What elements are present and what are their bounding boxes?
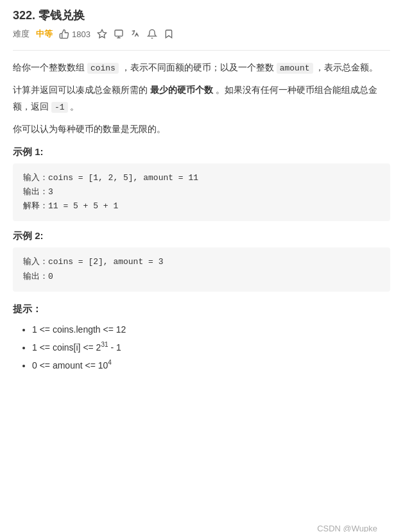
like-count: 1803: [72, 29, 90, 39]
amount-code: amount: [277, 63, 313, 74]
desc-para1-pre: 给你一个整数数组: [13, 62, 87, 72]
hint3-pre: 0 <= amount <= 10: [32, 360, 108, 370]
hint2-sup: 31: [101, 341, 108, 348]
neg1-code: -1: [51, 102, 68, 113]
svg-marker-0: [98, 29, 106, 38]
bell-icon: [147, 29, 157, 39]
share-icon: [114, 29, 124, 39]
example2-section: 示例 2: 输入：coins = [2], amount = 3 输出：0: [13, 230, 390, 291]
example1-line2: 输出：3: [23, 185, 380, 199]
desc-para2: 计算并返回可以凑成总金额所需的 最少的硬币个数 。如果没有任何一种硬币组合能组成…: [13, 82, 390, 115]
desc-para3: 你可以认为每种硬币的数量是无限的。: [13, 121, 390, 137]
example2-code: 输入：coins = [2], amount = 3 输出：0: [13, 247, 390, 291]
problem-title: 322. 零钱兑换: [13, 8, 390, 23]
difficulty-label: 难度: [13, 28, 30, 40]
svg-rect-1: [115, 30, 123, 36]
desc-para1-end: ，表示总金额。: [313, 62, 379, 72]
hint1-text: 1 <= coins.length <= 12: [32, 324, 126, 335]
star-icon: [97, 29, 107, 39]
footer-brand: CSDN @Wupke: [317, 524, 377, 532]
example1-section: 示例 1: 输入：coins = [1, 2, 5], amount = 11 …: [13, 146, 390, 221]
share-button[interactable]: [114, 29, 124, 39]
example1-code: 输入：coins = [1, 2, 5], amount = 11 输出：3 解…: [13, 163, 390, 221]
example2-line1: 输入：coins = [2], amount = 3: [23, 255, 380, 269]
thumb-up-icon: [59, 29, 69, 39]
example1-title: 示例 1:: [13, 146, 390, 158]
hint-item-1: 1 <= coins.length <= 12: [32, 320, 390, 338]
hints-list: 1 <= coins.length <= 12 1 <= coins[i] <=…: [13, 320, 390, 374]
translate-button[interactable]: [130, 29, 141, 39]
divider: [13, 50, 390, 51]
hints-section: 提示： 1 <= coins.length <= 12 1 <= coins[i…: [13, 303, 390, 374]
bookmark-icon: [164, 29, 174, 39]
desc-para2-pre: 计算并返回可以凑成总金额所需的: [13, 85, 150, 95]
hint2-pre: 1 <= coins[i] <= 2: [32, 342, 101, 353]
desc-para1-mid: ，表示不同面额的硬币；以及一个整数: [119, 62, 277, 72]
star-button[interactable]: [97, 29, 107, 39]
meta-row: 难度 中等 1803: [13, 28, 390, 40]
description: 给你一个整数数组 coins ，表示不同面额的硬币；以及一个整数 amount …: [13, 60, 390, 137]
desc-bold: 最少的硬币个数: [150, 85, 213, 95]
example2-line2: 输出：0: [23, 270, 380, 284]
coins-code: coins: [87, 63, 119, 74]
desc-para1: 给你一个整数数组 coins ，表示不同面额的硬币；以及一个整数 amount …: [13, 60, 390, 76]
hint-item-2: 1 <= coins[i] <= 231 - 1: [32, 338, 390, 356]
desc-para2-end: 。: [68, 101, 80, 112]
page-wrapper: 322. 零钱兑换 难度 中等 1803: [13, 8, 390, 532]
hint3-sup: 4: [108, 359, 112, 366]
hint-item-3: 0 <= amount <= 104: [32, 356, 390, 374]
example1-line3: 解释：11 = 5 + 5 + 1: [23, 199, 380, 213]
difficulty-value: 中等: [36, 28, 53, 40]
hint2-end: - 1: [108, 342, 121, 353]
translate-icon: [130, 29, 141, 39]
bell-button[interactable]: [147, 29, 157, 39]
like-button[interactable]: 1803: [59, 29, 90, 39]
bookmark-button[interactable]: [164, 29, 174, 39]
example2-title: 示例 2:: [13, 230, 390, 242]
example1-line1: 输入：coins = [1, 2, 5], amount = 11: [23, 171, 380, 185]
hints-title: 提示：: [13, 303, 390, 315]
